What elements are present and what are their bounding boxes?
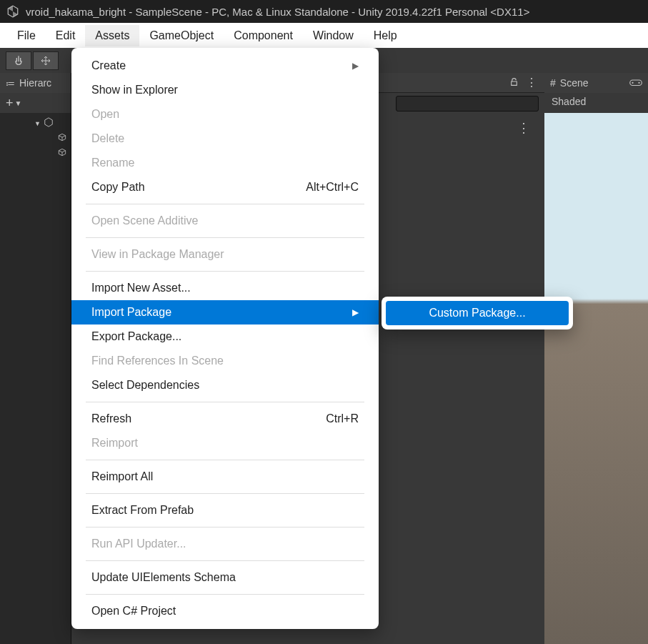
overflow-menu-icon[interactable]: ⋮: [510, 116, 537, 140]
menu-item-run-api-updater: Run API Updater...: [71, 532, 379, 556]
menu-item-shortcut: Alt+Ctrl+C: [306, 181, 359, 194]
menu-item-label: Select Dependencies: [91, 379, 199, 392]
menu-item-update-uielements-schema[interactable]: Update UIElements Schema: [71, 565, 379, 590]
menu-separator: [86, 460, 364, 460]
menu-item-label: Import New Asset...: [91, 282, 191, 294]
scene-title: Scene: [560, 77, 589, 89]
menu-item-reimport-all[interactable]: Reimport All: [71, 465, 379, 489]
menu-separator: [86, 402, 364, 402]
move-tool-button[interactable]: [33, 51, 59, 70]
hierarchy-tab[interactable]: ≔ Hierarc: [0, 73, 71, 93]
menu-item-import-package[interactable]: Import Package▶: [71, 300, 379, 325]
scene-viewport[interactable]: [544, 113, 648, 644]
menu-item-label: Export Package...: [91, 330, 181, 343]
menu-item-label: Create: [91, 59, 126, 72]
menu-item-label: Open Scene Additive: [91, 214, 198, 227]
menu-item-rename: Rename: [71, 151, 379, 175]
menu-component[interactable]: Component: [224, 25, 303, 46]
menu-item-select-dependencies[interactable]: Select Dependencies: [71, 373, 379, 397]
menu-separator: [86, 271, 364, 272]
menu-separator: [86, 594, 364, 595]
menu-item-extract-from-prefab[interactable]: Extract From Prefab: [71, 498, 379, 522]
menu-item-label: Open C# Project: [91, 605, 176, 618]
menu-item-find-references-in-scene: Find References In Scene: [71, 349, 379, 373]
hand-tool-button[interactable]: [6, 51, 31, 70]
tree-row[interactable]: ▼: [0, 116, 71, 131]
menubar: FileEditAssetsGameObjectComponentWindowH…: [0, 23, 648, 48]
window-titlebar: vroid_hakama_bright - SampleScene - PC, …: [0, 0, 648, 23]
menu-separator: [86, 527, 364, 527]
menu-item-create[interactable]: Create▶: [71, 54, 379, 78]
hierarchy-toolbar: + ▼: [0, 93, 71, 113]
svg-rect-4: [630, 80, 642, 86]
scene-panel: # Scene Shaded: [544, 73, 648, 644]
menu-item-label: Show in Explorer: [91, 84, 178, 96]
overflow-menu-icon[interactable]: ⋮: [526, 76, 537, 89]
menu-item-open: Open: [71, 102, 379, 127]
hierarchy-icon: ≔: [6, 78, 15, 89]
menu-item-label: View in Package Manager: [91, 248, 224, 261]
menu-item-label: Reimport: [91, 437, 138, 450]
chevron-right-icon: ▶: [352, 307, 359, 317]
menu-item-label: Reimport All: [91, 470, 153, 483]
scene-shading-dropdown[interactable]: Shaded: [544, 93, 648, 113]
menu-item-label: Refresh: [91, 412, 131, 425]
menu-item-reimport: Reimport: [71, 431, 379, 455]
tree-row[interactable]: [0, 146, 71, 161]
tree-row[interactable]: [0, 131, 71, 146]
search-input[interactable]: [396, 96, 539, 112]
dropdown-arrow-icon[interactable]: ▼: [15, 99, 22, 107]
cube-icon: [57, 147, 67, 159]
menu-item-open-c-project[interactable]: Open C# Project: [71, 599, 379, 623]
menu-item-shortcut: Ctrl+R: [326, 412, 359, 425]
svg-point-5: [632, 82, 633, 84]
unity-cube-icon: [44, 117, 54, 129]
shading-label: Shaded: [552, 96, 586, 107]
menu-item-open-scene-additive: Open Scene Additive: [71, 209, 379, 233]
menu-item-label: Copy Path: [91, 181, 145, 194]
svg-point-6: [638, 82, 639, 84]
submenu-item-custom-package[interactable]: Custom Package...: [386, 301, 569, 325]
menu-assets[interactable]: Assets: [85, 25, 139, 46]
add-button[interactable]: +: [6, 96, 14, 111]
game-icon: [629, 77, 642, 89]
menu-item-show-in-explorer[interactable]: Show in Explorer: [71, 78, 379, 102]
menu-help[interactable]: Help: [364, 25, 407, 46]
scene-icon: #: [550, 77, 556, 89]
menu-item-label: Import Package: [91, 306, 171, 319]
chevron-right-icon: ▶: [352, 61, 359, 71]
menu-edit[interactable]: Edit: [46, 25, 86, 46]
menu-item-label: Extract From Prefab: [91, 504, 194, 517]
menu-item-refresh[interactable]: RefreshCtrl+R: [71, 407, 379, 431]
menu-separator: [86, 237, 364, 238]
menu-file[interactable]: File: [7, 25, 46, 46]
menu-separator: [86, 493, 364, 494]
menu-item-label: Find References In Scene: [91, 355, 224, 367]
window-title: vroid_hakama_bright - SampleScene - PC, …: [26, 6, 529, 18]
svg-marker-1: [8, 6, 13, 11]
menu-item-label: Rename: [91, 157, 134, 169]
svg-marker-3: [45, 118, 53, 127]
menu-item-import-new-asset[interactable]: Import New Asset...: [71, 276, 379, 300]
menu-item-label: Update UIElements Schema: [91, 571, 236, 584]
svg-marker-2: [13, 11, 18, 17]
lock-icon[interactable]: [509, 77, 519, 89]
menu-item-label: Run API Updater...: [91, 538, 186, 550]
menu-separator: [86, 560, 364, 561]
menu-item-copy-path[interactable]: Copy PathAlt+Ctrl+C: [71, 175, 379, 199]
hierarchy-title: Hierarc: [19, 77, 51, 89]
scene-tab[interactable]: # Scene: [544, 73, 648, 93]
hierarchy-tree: ▼: [0, 113, 71, 164]
menu-item-view-in-package-manager: View in Package Manager: [71, 242, 379, 267]
menu-item-label: Delete: [91, 132, 124, 145]
import-package-submenu: Custom Package...: [382, 297, 573, 330]
menu-separator: [86, 204, 364, 204]
menu-item-label: Open: [91, 108, 119, 121]
menu-gameobject[interactable]: GameObject: [139, 25, 224, 46]
menu-item-delete: Delete: [71, 127, 379, 151]
hierarchy-panel: ≔ Hierarc + ▼ ▼: [0, 73, 71, 644]
cube-icon: [57, 132, 67, 144]
menu-window[interactable]: Window: [303, 25, 364, 46]
menu-item-export-package[interactable]: Export Package...: [71, 325, 379, 349]
unity-logo-icon: [6, 4, 20, 19]
